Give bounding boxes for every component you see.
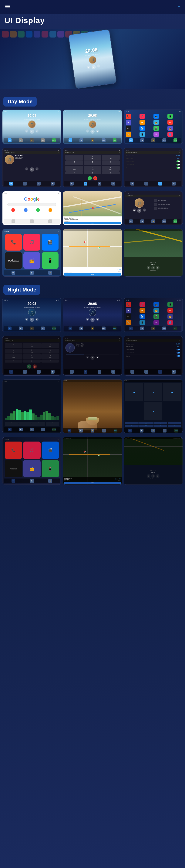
- night-mode-label: Night Mode: [3, 285, 41, 295]
- menu-icon[interactable]: [4, 3, 10, 11]
- page-title: UI Display: [0, 14, 185, 29]
- day-music-player-2: 11:41▲ 4G 20:08 A stunning display of na…: [63, 110, 122, 144]
- night-phone-screen: 11:44▲ Bluetooth_Call ▽ 1 2ABC 3DEF 4GHI…: [2, 336, 61, 376]
- night-carplay-apps: 18:10 ●●● 📞 🎵 🎬 Podcasts 📻 📱 DAL 📡 ⚡: [2, 437, 61, 485]
- day-phone-screen: 11:44▲ Bluetooth_Call ▽ 12ABC3DEF 4GHI5J…: [63, 148, 122, 187]
- night-bluetooth-music: 11:44▲ Bluetooth_Music ▽ 🎵 Music Title M…: [63, 336, 122, 376]
- night-app-grid: 11:41▲ 4G 📞 🎵 📷 📱 ✈ 🗺 📻 BT ⚙ 📡 🎬 📻 🔧 📱 🎙…: [124, 298, 183, 332]
- night-mode-grid-row4: 18:10 ●●● 📞 🎵 🎬 Podcasts 📻 📱 DAL 📡 ⚡: [0, 437, 185, 485]
- day-carplay-apps: 18:10 ●●● 📞 🎵 🎬 Podcasts 📻 📱 DAL 📡 ⚡: [2, 229, 61, 277]
- night-food-screen: 3:50 ● DAL 📡 ⚡ AIPS AUTO: [63, 379, 122, 433]
- header: ≡: [0, 0, 185, 14]
- day-bluetooth-music: 11:44▲ Bluetooth_Music ▽ 🎵 Music Title M…: [2, 148, 61, 187]
- nav-lines-icon[interactable]: ≡: [178, 5, 181, 10]
- day-mode-grid-row4: 18:10 ●●● 📞 🎵 🎬 Podcasts 📻 📱 DAL 📡 ⚡: [0, 229, 185, 277]
- svg-rect-1: [5, 6, 10, 7]
- header-left: [4, 3, 10, 11]
- night-nav-map: Sunny CoffeeModern Main Street 10:18 ETA…: [63, 437, 122, 485]
- day-google-screen: 1:54▲ Google ← ○ □: [2, 191, 61, 225]
- day-settings-screen: 11:44▲ Bluetooth_Settings ▽ Device name …: [124, 148, 183, 187]
- day-music-player-1: 11:41▲ 4G 20:08 A stunning display of na…: [2, 110, 61, 144]
- day-mode-grid-row3: 1:54▲ Google ← ○ □: [0, 191, 185, 225]
- hero-device: 20:08 A stunning display of nature 🎵 ⏮ ⏸…: [68, 29, 117, 89]
- night-mode-grid-row1: 11:41▲ 4G 20:08 A stunning display of na…: [0, 298, 185, 332]
- night-nav-turn: 10:18 ETA 9.8 mi ⏮ ⏸ ⏭ Not Playing 08:51…: [124, 437, 183, 485]
- day-app-grid: 11:41▲ 4G 📞 🎵 📷 📱 ✈ 🗺 📻 BT ⚙ 📡 🎬 📻 🔧 📱 🎙…: [124, 110, 183, 144]
- day-local-music-screen: 11:44▲ LocalMusic ▽ 🎵 ⏮ ⏸ ⏭ 华乐_: [124, 191, 183, 225]
- svg-rect-2: [5, 7, 10, 8]
- night-settings-screen: 11:44▲ Bluetooth_Settings ▽ Device nameC…: [124, 336, 183, 376]
- day-map-screen: Sunny CoffeeModern Restaurant 123 Main S…: [63, 191, 122, 225]
- night-mode-grid-row3: 1:54▲: [0, 379, 185, 433]
- day-nav-map: Sunny CoffeeModern Restaurant 123 Main S…: [63, 229, 122, 277]
- night-mode-grid-row2: 11:44▲ Bluetooth_Call ▽ 1 2ABC 3DEF 4GHI…: [0, 336, 185, 376]
- day-mode-grid-row1: 11:41▲ 4G 20:08 A stunning display of na…: [0, 110, 185, 144]
- day-nav-turn: 10:18 ETA 9.8 mi ⏮ ⏸ ⏭ Not Playing 08:51…: [124, 229, 183, 277]
- night-waveform-screen: 1:54▲: [2, 379, 61, 433]
- day-mode-grid-row2: 11:44▲ Bluetooth_Music ▽ 🎵 Music Title M…: [0, 148, 185, 187]
- night-music-player-2: 11:41▲ 4G 20:08 A stunning display of na…: [63, 298, 122, 332]
- day-mode-label: Day Mode: [3, 97, 36, 106]
- hero-area: 20:08 A stunning display of nature 🎵 ⏮ ⏸…: [0, 29, 185, 89]
- night-music-player-1: 11:41▲ 4G 20:08 A stunning display of na…: [2, 298, 61, 332]
- night-nav-grid-screen: 08:51 ●●● ◄ ▲ ► ▼ F1 F2 F3 F4: [124, 379, 183, 433]
- svg-rect-0: [5, 5, 10, 5]
